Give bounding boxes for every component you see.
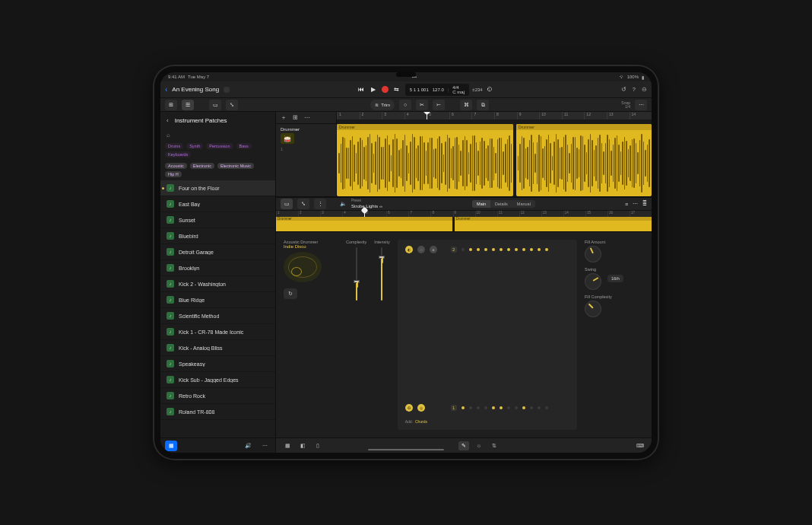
mini-playhead[interactable] <box>364 211 365 217</box>
tab-manual[interactable]: Manual <box>512 200 535 208</box>
settings-icon[interactable]: ⊖ <box>642 86 647 93</box>
swing-knob[interactable] <box>585 273 601 290</box>
tag-bass[interactable]: Bass <box>236 143 252 149</box>
home-indicator[interactable] <box>368 449 444 450</box>
complexity-slider[interactable] <box>356 247 357 301</box>
record-button[interactable] <box>382 86 389 93</box>
snap-setting[interactable]: Snap 1/4 <box>621 101 630 109</box>
sidebar-back-button[interactable]: ‹ <box>167 117 169 124</box>
project-menu-icon[interactable] <box>224 87 230 93</box>
variation-badge-bottom[interactable]: 1 <box>451 405 457 411</box>
perc-icon[interactable]: ■ <box>430 246 437 253</box>
patch-item[interactable]: ♪Four on the Floor <box>160 180 275 196</box>
editor-automation-button[interactable]: ⤡ <box>297 199 309 209</box>
patch-item[interactable]: ♪Kick 1 - CR-78 Made Iconic <box>160 324 275 340</box>
tuning-value[interactable]: ±234 <box>474 86 481 94</box>
grid-view-button[interactable]: ⊞ <box>165 100 177 110</box>
patch-item[interactable]: ♪Kick Sub - Jagged Edges <box>160 372 275 388</box>
tom-icon[interactable]: ⬭ <box>417 246 425 253</box>
show-smart-button[interactable]: ☼ <box>474 441 484 450</box>
tag-acoustic[interactable]: Acoustic <box>165 163 187 169</box>
region-overview[interactable]: 1234567891011121314151617 Drummer Drumme… <box>276 211 652 232</box>
tag-hiphop[interactable]: Hip H <box>165 171 182 177</box>
editor-more-icon[interactable]: ⋯ <box>633 201 638 207</box>
tag-percussion[interactable]: Percussion <box>206 143 233 149</box>
patch-item[interactable]: ♪Kick - Analog Bliss <box>160 340 275 356</box>
drummer-style[interactable]: Indie Disco <box>284 244 338 249</box>
tag-electronic-music[interactable]: Electronic Music <box>217 163 254 169</box>
copy-button[interactable]: ⧉ <box>477 100 489 110</box>
patch-item[interactable]: ♪Speakeasy <box>160 356 275 372</box>
patch-item[interactable]: ♪Bluebird <box>160 228 275 244</box>
track-header[interactable]: Drummer 🥁 1 <box>276 124 336 154</box>
miniregion-1[interactable]: Drummer <box>276 217 452 231</box>
editor-filter-icon[interactable]: ≡ <box>625 202 628 207</box>
help-icon[interactable]: ? <box>633 86 636 93</box>
tag-drums[interactable]: Drums <box>165 143 183 149</box>
editor-region-button[interactable]: ▭ <box>281 199 293 209</box>
lcd-display[interactable]: 5 1 1 001 127.0 | 4/4 C maj <box>405 84 469 96</box>
footer-more-button[interactable]: ⋯ <box>259 441 271 451</box>
drum-kit-graphic[interactable] <box>284 252 322 282</box>
patch-item[interactable]: ♪Brooklyn <box>160 260 275 276</box>
arrange-grid[interactable]: 1234567891011121314 Drummer Drummer <box>337 112 652 196</box>
patch-item[interactable]: ♪Scientific Method <box>160 308 275 324</box>
monitor-icon[interactable]: 🔈 <box>340 201 347 207</box>
patch-item[interactable]: ♪East Bay <box>160 196 275 212</box>
patch-item[interactable]: ♪Kick 2 - Washington <box>160 276 275 292</box>
patch-item[interactable]: ♪Detroit Garage <box>160 244 275 260</box>
search-icon[interactable]: ⌕ <box>167 132 170 138</box>
patch-item[interactable]: ♪Blue Ridge <box>160 292 275 308</box>
loop-tool-button[interactable]: ○ <box>399 100 411 110</box>
fill-complexity-knob[interactable] <box>585 301 601 317</box>
add-track-button[interactable]: ＋ <box>281 113 287 122</box>
move-button[interactable]: ⌘ <box>460 100 472 110</box>
metronome-icon[interactable]: ⏲ <box>486 86 493 94</box>
track-more-button[interactable]: ⋯ <box>304 114 310 121</box>
cymbal-icon[interactable]: ◐ <box>405 246 413 253</box>
tag-electronic[interactable]: Electronic <box>190 163 214 169</box>
editor-brushes-button[interactable]: ⋮ <box>314 199 326 209</box>
playhead[interactable] <box>427 112 427 119</box>
region-tool-button[interactable]: ▭ <box>209 100 221 110</box>
track-filter-button[interactable]: ⊞ <box>293 114 298 121</box>
show-library-button[interactable]: ▦ <box>282 441 293 450</box>
editor-tabs[interactable]: Main Details Manual <box>472 200 535 208</box>
show-editor-button[interactable]: ✎ <box>458 441 469 450</box>
tag-keyboards[interactable]: Keyboards <box>165 151 191 158</box>
tab-details[interactable]: Details <box>490 200 512 208</box>
show-mixer-button[interactable]: ⇅ <box>489 441 500 450</box>
variation-badge-top[interactable]: 2 <box>451 247 457 253</box>
preset-picker[interactable]: Preset Strobe Lights ‹› <box>351 199 382 208</box>
history-icon[interactable]: ↺ <box>621 86 626 93</box>
miniregion-2[interactable]: Drummer <box>455 217 652 231</box>
show-channel-button[interactable]: ◧ <box>297 441 308 450</box>
patch-item[interactable]: ♪Sunset <box>160 212 275 228</box>
volume-icon[interactable]: 🔊 <box>242 441 254 451</box>
rewind-button[interactable]: ⏮ <box>357 86 365 94</box>
trim-pill[interactable]: ≋ Trim <box>370 100 395 110</box>
project-title[interactable]: An Evening Song <box>172 86 219 93</box>
more-arrange-button[interactable]: ⋯ <box>635 100 647 110</box>
swing-resolution[interactable]: 16th <box>607 275 623 282</box>
tab-main[interactable]: Main <box>472 200 490 208</box>
snare-icon[interactable]: ◎ <box>417 404 425 412</box>
editor-menu-icon[interactable]: ≣ <box>642 201 647 207</box>
back-button[interactable]: ‹ <box>165 85 167 94</box>
patch-list[interactable]: ♪Four on the Floor ♪East Bay ♪Sunset ♪Bl… <box>160 180 275 438</box>
cycle-button[interactable]: ⇆ <box>393 86 401 94</box>
patch-item[interactable]: ♪Retro Rock <box>160 388 275 404</box>
shuffle-style-button[interactable]: ↻ <box>284 288 297 299</box>
scissors-button[interactable]: ✂ <box>416 100 428 110</box>
add-chords-toggle[interactable]: Chords <box>415 419 427 424</box>
list-view-button[interactable]: ☰ <box>182 100 194 110</box>
region-drummer-2[interactable]: Drummer <box>516 124 652 196</box>
tag-synth[interactable]: Synth <box>186 143 203 149</box>
show-inspector-button[interactable]: ▯ <box>312 441 323 450</box>
automation-tool-button[interactable]: ⤡ <box>226 100 238 110</box>
play-button[interactable]: ▶ <box>370 86 377 94</box>
show-keyboard-button[interactable]: ⌨ <box>635 441 645 450</box>
patch-item[interactable]: ♪Roland TR-808 <box>160 404 275 420</box>
region-drummer-1[interactable]: Drummer <box>337 124 513 196</box>
join-button[interactable]: ⤚ <box>433 100 445 110</box>
